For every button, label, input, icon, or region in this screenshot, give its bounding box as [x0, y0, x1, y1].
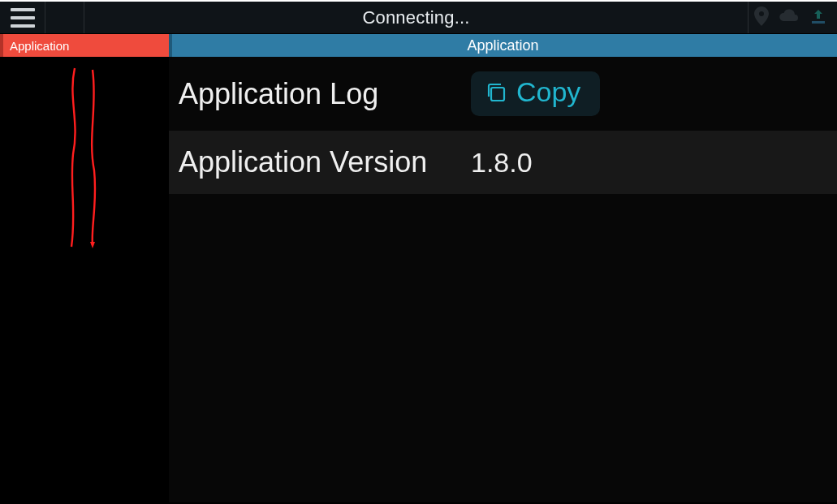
cloud-icon[interactable]	[779, 8, 800, 28]
copy-button[interactable]: Copy	[471, 71, 600, 116]
row-label-application-log: Application Log	[179, 77, 471, 111]
hamburger-icon	[11, 6, 35, 30]
row-label-application-version: Application Version	[179, 145, 471, 179]
tab-application-active[interactable]: Application	[0, 34, 169, 57]
svg-rect-1	[491, 88, 504, 101]
annotation-drawing	[52, 65, 117, 252]
row-application-version: Application Version 1.8.0	[169, 131, 837, 194]
svg-rect-0	[812, 21, 825, 24]
row-application-log: Application Log Copy	[169, 57, 837, 131]
tab-left-label: Application	[10, 39, 69, 53]
title-right-icons	[748, 2, 837, 33]
location-pin-icon[interactable]	[753, 6, 770, 29]
side-column	[0, 57, 169, 502]
tab-right-label: Application	[467, 37, 538, 54]
tab-bar: Application Application	[0, 34, 837, 57]
content-panel: Application Log Copy Application Version…	[169, 57, 837, 502]
main-area: Application Log Copy Application Version…	[0, 57, 837, 502]
title-bar: Connecting...	[0, 2, 837, 34]
upload-icon[interactable]	[809, 7, 827, 28]
connection-status: Connecting...	[84, 2, 748, 33]
title-spacer	[45, 2, 84, 33]
menu-button[interactable]	[0, 2, 45, 33]
application-version-value: 1.8.0	[471, 147, 533, 179]
tab-application-header[interactable]: Application	[169, 34, 837, 57]
copy-icon	[484, 80, 508, 105]
copy-button-label: Copy	[516, 76, 580, 108]
